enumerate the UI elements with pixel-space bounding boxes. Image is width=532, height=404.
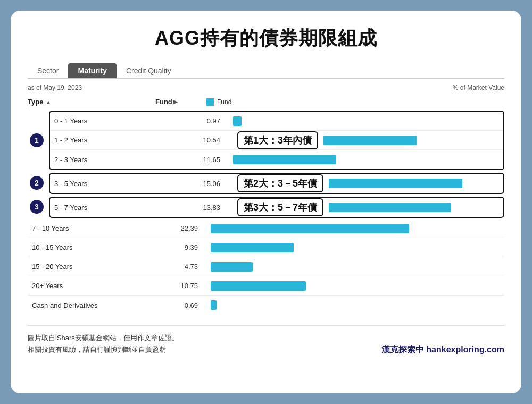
row-bar-area: 第1大：3年內債 [225,131,499,149]
row-bar-area [202,224,500,233]
main-card: AGG持有的債券期限組成 Sector Maturity Credit Qual… [11,11,521,393]
row-type: 1 - 2 Years [54,136,182,144]
bar [211,224,409,233]
badge-3: 3 [30,200,44,214]
row-value: 10.75 [160,282,202,290]
table-row: 1 - 2 Years 10.54 第1大：3年內債 [50,131,503,150]
footer-line2: 相關投資有風險，請自行謹慎判斷並自負盈虧 [28,344,179,356]
row-type: 10 - 15 Years [32,243,160,251]
row-value: 15.06 [182,180,225,188]
remaining-rows: 7 - 10 Years 22.39 10 - 15 Years 9.39 15… [28,219,504,315]
row-value: 11.65 [182,156,225,164]
row-bar-area [202,243,500,252]
column-headers: Type ▲ Fund ▶ Fund [28,96,504,108]
data-rows: 1 0 - 1 Years 0.97 1 - 2 Years 10.54 第1大… [28,111,504,315]
row-value: 22.39 [160,224,202,232]
col-fund-header: Fund ▶ [155,98,198,106]
group3-container: 3 5 - 7 Years 13.83 第3大：5－7年債 [49,196,504,218]
group1-box: 0 - 1 Years 0.97 1 - 2 Years 10.54 第1大：3… [49,111,504,170]
table-row: 2 - 3 Years 11.65 [50,150,503,169]
row-value: 13.83 [182,204,225,212]
row-type: 3 - 5 Years [54,180,182,188]
row-bar-area [225,155,499,164]
fund-arrow-icon: ▶ [173,99,178,105]
bar [211,262,253,272]
footer-right: 漢克探索中 hankexploring.com [381,344,504,356]
sort-arrow-icon: ▲ [45,99,51,105]
table-row: 7 - 10 Years 22.39 [28,219,504,238]
row-value: 0.97 [182,117,225,125]
legend-label: Fund [217,98,231,106]
annotation-group3: 第3大：5－7年債 [237,198,323,216]
col-type-header: Type ▲ [28,98,155,106]
row-value: 10.54 [182,136,225,144]
tab-bar: Sector Maturity Credit Quality [28,63,504,79]
row-bar-area [202,281,500,291]
bar [329,179,462,188]
as-of-date: as of May 19, 2023 [28,84,82,91]
bar [211,281,306,291]
bar [233,155,336,164]
tab-sector[interactable]: Sector [28,63,68,78]
row-bar-area: 第3大：5－7年債 [225,198,499,216]
table-row: 5 - 7 Years 13.83 第3大：5－7年債 [50,198,503,217]
row-type: Cash and Derivatives [32,301,160,309]
footer-line1: 圖片取自iShars安碩基金網站，僅用作文章佐證。 [28,332,179,344]
table-row: 15 - 20 Years 4.73 [28,257,504,276]
group2-container: 2 3 - 5 Years 15.06 第2大：3－5年債 [49,172,504,194]
col-bar-header: Fund [198,98,504,106]
table-row: Cash and Derivatives 0.69 [28,296,504,315]
table-row: 20+ Years 10.75 [28,276,504,296]
row-bar-area: 第2大：3－5年債 [225,174,499,192]
row-type: 20+ Years [32,282,160,290]
footer-left: 圖片取自iShars安碩基金網站，僅用作文章佐證。 相關投資有風險，請自行謹慎判… [28,332,179,356]
row-type: 15 - 20 Years [32,263,160,271]
bar [329,203,451,212]
table-row: 10 - 15 Years 9.39 [28,238,504,257]
row-value: 0.69 [160,301,202,309]
meta-row: as of May 19, 2023 % of Market Value [28,84,504,91]
bar [211,243,294,252]
tab-credit-quality[interactable]: Credit Quality [117,63,181,78]
annotation-group2: 第2大：3－5年債 [237,174,323,192]
legend-color-box [206,98,214,106]
table-row: 0 - 1 Years 0.97 [50,112,503,131]
tab-maturity[interactable]: Maturity [68,63,116,78]
footer: 圖片取自iShars安碩基金網站，僅用作文章佐證。 相關投資有風險，請自行謹慎判… [28,325,504,356]
row-value: 9.39 [160,243,202,251]
bar [211,300,217,310]
bar [233,116,242,126]
row-type: 2 - 3 Years [54,156,182,164]
annotation-group1: 第1大：3年內債 [237,131,318,149]
row-value: 4.73 [160,263,202,271]
row-bar-area [202,262,500,272]
bar [323,136,417,145]
group2-box: 3 - 5 Years 15.06 第2大：3－5年債 [49,173,504,194]
group1-container: 1 0 - 1 Years 0.97 1 - 2 Years 10.54 第1大… [49,111,504,170]
row-bar-area [225,116,499,126]
row-type: 0 - 1 Years [54,117,182,125]
page-title: AGG持有的債券期限組成 [28,26,504,52]
table-row: 3 - 5 Years 15.06 第2大：3－5年債 [50,174,503,193]
row-bar-area [202,300,500,310]
row-type: 7 - 10 Years [32,224,160,232]
badge-1: 1 [30,133,44,147]
badge-2: 2 [30,176,44,190]
group3-box: 5 - 7 Years 13.83 第3大：5－7年債 [49,197,504,218]
row-type: 5 - 7 Years [54,204,182,212]
market-value-label: % of Market Value [453,84,504,91]
